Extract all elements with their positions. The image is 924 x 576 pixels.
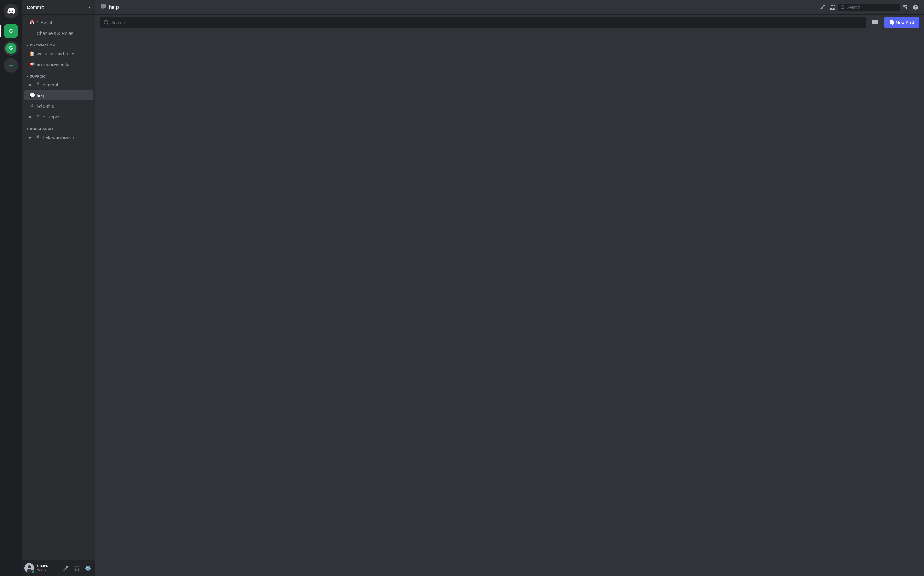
user-settings-button[interactable]: ⚙️	[83, 563, 93, 573]
channel-general-label: general	[43, 82, 58, 87]
search-bar-top[interactable]	[838, 4, 900, 11]
channel-i-did-this-label: i-did-this	[37, 104, 54, 109]
main-content: help	[95, 0, 924, 576]
new-post-icon	[889, 20, 894, 25]
user-info: Claire Online	[37, 564, 59, 573]
sidebar-item-off-topic[interactable]: ▶ # off-topic	[24, 112, 93, 122]
hash-icon-help-docsearch: #	[35, 134, 40, 140]
deafen-button[interactable]: 🎧	[72, 563, 82, 573]
sidebar-item-general[interactable]: ▶ # general	[24, 79, 93, 90]
edit-pencil-button[interactable]	[819, 4, 826, 11]
category-docsearch[interactable]: ▾ DOCSEARCH	[24, 122, 93, 132]
hash-icon-off-topic: #	[35, 114, 40, 119]
category-information[interactable]: ▾ INFORMATION	[24, 38, 93, 48]
new-post-button[interactable]: New Post	[884, 17, 919, 28]
docsearch-collapse-arrow: ▾	[27, 127, 29, 130]
sidebar-item-channels-roles-label: Channels & Roles	[37, 30, 73, 36]
support-collapse-arrow: ▾	[27, 75, 29, 78]
svg-point-3	[28, 565, 31, 568]
forum-area	[95, 31, 924, 576]
sidebar-item-i-did-this[interactable]: # i-did-this	[24, 101, 93, 111]
help-button[interactable]	[912, 4, 919, 11]
hash-icon-general: #	[35, 82, 40, 87]
user-status: Online	[37, 568, 59, 572]
category-information-label: INFORMATION	[30, 43, 55, 47]
server-name: Commit	[27, 5, 44, 10]
off-topic-expand-arrow: ▶	[29, 115, 33, 118]
sidebar-item-help-docsearch[interactable]: ▶ # help-docsearch	[24, 132, 93, 142]
channel-announcements-label: announcements	[37, 62, 69, 67]
top-bar-actions	[819, 4, 919, 11]
server-bar: C G +	[0, 0, 22, 576]
user-name: Claire	[37, 564, 59, 569]
forum-toolbar: New Post	[95, 14, 924, 31]
channel-sidebar: Commit ▾ 📅 1 Event ≡ Channels & Roles ▾ …	[22, 0, 95, 576]
channel-type-icon	[100, 3, 106, 11]
svg-text:C: C	[9, 29, 13, 34]
information-collapse-arrow: ▾	[27, 44, 29, 47]
user-controls: 🎤 🎧 ⚙️	[61, 563, 93, 573]
new-post-label: New Post	[896, 20, 914, 25]
sidebar-item-welcome-and-rules[interactable]: 📋 welcome-and-rules	[24, 48, 93, 59]
commit-server-icon[interactable]: C	[4, 24, 18, 38]
server-header[interactable]: Commit ▾	[22, 0, 95, 14]
forum-search-icon	[104, 20, 109, 25]
inbox-button-top[interactable]	[902, 4, 910, 11]
category-docsearch-label: DOCSEARCH	[30, 127, 53, 131]
sidebar-item-help[interactable]: 💬 help	[24, 90, 93, 101]
channel-help-docsearch-label: help-docsearch	[43, 135, 74, 140]
sidebar-item-announcements[interactable]: 📢 announcements	[24, 59, 93, 69]
server-header-left: Commit	[27, 5, 44, 10]
channel-welcome-label: welcome-and-rules	[37, 51, 75, 56]
second-server-icon[interactable]: G	[4, 41, 18, 56]
server-divider	[6, 21, 16, 21]
channels-roles-icon: ≡	[29, 30, 34, 36]
inbox-button-forum[interactable]	[870, 17, 881, 28]
forum-icon-help: 💬	[29, 93, 34, 98]
members-button[interactable]	[829, 4, 836, 11]
add-server-button[interactable]: +	[4, 58, 18, 73]
announcement-icon-welcome: 📋	[29, 51, 34, 56]
calendar-icon: 📅	[29, 20, 34, 25]
top-bar: help	[95, 0, 924, 14]
discord-home-button[interactable]	[4, 4, 18, 18]
channel-name-header: help	[109, 5, 119, 10]
hash-icon-i-did-this: #	[29, 103, 34, 109]
server-menu-chevron: ▾	[89, 5, 90, 10]
channel-title-area: help	[100, 3, 814, 11]
general-expand-arrow: ▶	[29, 83, 33, 86]
sidebar-item-events[interactable]: 📅 1 Event	[24, 17, 93, 27]
search-input-top[interactable]	[847, 5, 897, 10]
sidebar-item-events-label: 1 Event	[37, 20, 52, 25]
user-avatar-wrapper	[24, 563, 34, 573]
user-area: Claire Online 🎤 🎧 ⚙️	[22, 560, 95, 576]
channel-help-label: help	[37, 93, 45, 98]
sidebar-channel-list: 📅 1 Event ≡ Channels & Roles ▾ INFORMATI…	[22, 14, 95, 560]
category-support[interactable]: ▾ SUPPORT	[24, 70, 93, 79]
help-docsearch-expand-arrow: ▶	[29, 136, 33, 139]
mute-button[interactable]: 🎤	[61, 563, 71, 573]
category-support-label: SUPPORT	[30, 75, 47, 78]
user-status-indicator	[32, 570, 35, 573]
announcement-icon-announcements: 📢	[29, 62, 34, 67]
forum-search-input[interactable]	[111, 20, 862, 25]
active-server-indicator	[0, 25, 1, 37]
channel-off-topic-label: off-topic	[43, 114, 59, 119]
sidebar-item-channels-roles[interactable]: ≡ Channels & Roles	[24, 28, 93, 38]
forum-search-bar[interactable]	[100, 17, 866, 28]
